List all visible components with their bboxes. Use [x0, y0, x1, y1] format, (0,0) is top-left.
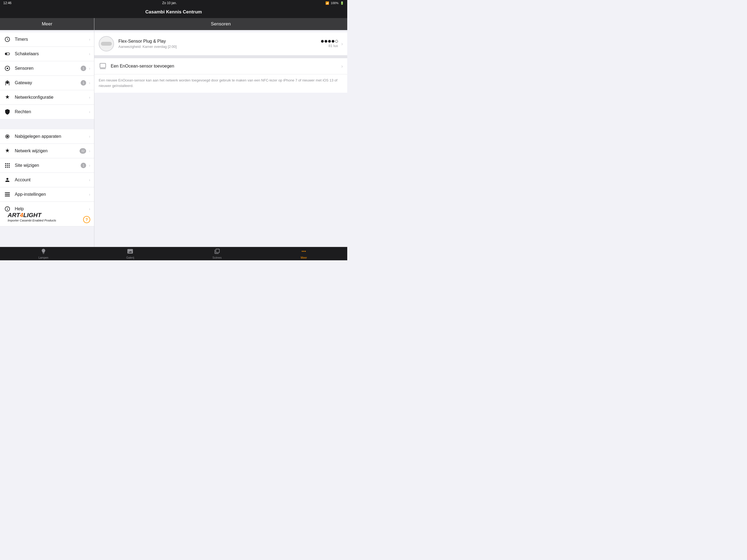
svg-rect-15 [5, 194, 10, 195]
sidebar-label-netwerk-wijzigen: Netwerk wijzigen [15, 149, 80, 153]
tab-label-scenes: Scènes [212, 256, 222, 259]
chevron-icon: › [89, 192, 90, 197]
sidebar-label-nabijgelegen: Nabijgelegen apparaten [15, 134, 88, 139]
svg-rect-11 [5, 167, 6, 168]
chevron-icon: › [89, 178, 90, 182]
sidebar-item-netwerkconfiguratie[interactable]: Netwerkconfiguratie › [0, 90, 94, 105]
dot-3 [328, 40, 331, 43]
sensoren-badge: 1 [81, 66, 86, 71]
svg-rect-17 [100, 63, 106, 68]
svg-marker-2 [5, 95, 9, 99]
dot-2 [325, 40, 327, 43]
svg-rect-7 [9, 163, 10, 164]
sidebar-section-2: Nabijgelegen apparaten › Netwerk wijzige… [0, 129, 94, 226]
sensor-lux: 81 lux [328, 44, 338, 48]
site-icon [4, 162, 11, 169]
sensor-image [99, 36, 114, 51]
sidebar-label-gateway: Gateway [15, 80, 81, 85]
content-spacer [94, 55, 347, 58]
sidebar-item-gateway[interactable]: Gateway 1 › [0, 76, 94, 90]
sensor-name: Flex-Sensor Plug & Play [119, 39, 321, 44]
svg-point-1 [6, 68, 8, 69]
sidebar-item-sensoren[interactable]: Sensoren 1 › [0, 61, 94, 76]
help-question-icon[interactable]: ? [83, 216, 90, 223]
svg-rect-13 [9, 167, 10, 168]
tab-item-lampen[interactable]: Lampen [0, 247, 87, 260]
svg-marker-4 [5, 149, 9, 153]
svg-rect-8 [5, 165, 6, 166]
chevron-icon: › [89, 110, 90, 114]
sidebar-label-help: Help [15, 206, 88, 211]
svg-point-3 [7, 136, 8, 137]
add-enocean-row[interactable]: Een EnOcean-sensor toevoegen › [94, 58, 347, 74]
sensor-chevron-icon: › [341, 41, 343, 47]
tab-label-lampen: Lampen [38, 256, 48, 259]
gateway-badge: 1 [81, 80, 86, 85]
chevron-icon: › [89, 81, 90, 85]
chevron-icon: › [89, 163, 90, 168]
battery-icon: 🔋 [340, 1, 344, 5]
tab-item-scenes[interactable]: Scènes [174, 247, 261, 260]
sidebar-item-account[interactable]: Account › [0, 173, 94, 187]
sidebar-label-site-wijzigen: Site wijzigen [15, 163, 81, 168]
tab-label-galerij: Galerij [126, 256, 134, 259]
svg-rect-9 [7, 165, 8, 166]
battery-label: 100% [331, 1, 338, 5]
sensor-card[interactable]: Flex-Sensor Plug & Play Aanwezigheid: Ka… [94, 32, 347, 55]
sidebar-label-schakelaars: Schakelaars [15, 51, 88, 56]
chevron-icon: › [89, 66, 90, 71]
add-enocean-section: Een EnOcean-sensor toevoegen › Een nieuw… [94, 58, 347, 93]
sidebar-label-app-instellingen: App-instellingen [15, 192, 88, 197]
sidebar-section-1: Timers › Schakelaars › Sensoren 1 › [0, 32, 94, 119]
sidebar-item-timers[interactable]: Timers › [0, 32, 94, 47]
sidebar-header: Meer [0, 18, 94, 30]
sidebar-item-site-wijzigen[interactable]: Site wijzigen 1 › [0, 158, 94, 173]
enocean-chevron-icon: › [341, 63, 343, 69]
chevron-icon: › [89, 95, 90, 100]
sidebar-item-help[interactable]: Help › [0, 202, 94, 226]
sensor-signal-dots: 81 lux [321, 40, 338, 48]
svg-rect-6 [7, 163, 8, 164]
chevron-icon: › [89, 52, 90, 56]
svg-rect-16 [5, 196, 10, 197]
content-body: Flex-Sensor Plug & Play Aanwezigheid: Ka… [94, 30, 347, 247]
status-time: 12:46 [3, 1, 11, 5]
title-bar: Casambi Kennis Centrum [0, 6, 347, 18]
status-bar: 12:46 Zo 10 jan. 📶 100% 🔋 [0, 0, 347, 6]
app-title: Casambi Kennis Centrum [146, 9, 202, 15]
chevron-icon: › [89, 207, 90, 211]
tab-item-galerij[interactable]: Galerij [87, 247, 174, 260]
svg-rect-10 [9, 165, 10, 166]
scenes-icon [214, 248, 220, 256]
wifi-icon: 📶 [325, 1, 329, 5]
sidebar-label-netwerkconfiguratie: Netwerkconfiguratie [15, 95, 88, 100]
dot-1 [321, 40, 324, 43]
content-header: Sensoren [94, 18, 347, 30]
sidebar-item-app-instellingen[interactable]: App-instellingen › [0, 187, 94, 202]
content-area: Sensoren Flex-Sensor Plug & Play Aanwezi… [94, 18, 347, 247]
sidebar-item-rechten[interactable]: Rechten › [0, 105, 94, 119]
netwerk-badge: 32 [80, 148, 86, 154]
more-icon [301, 248, 307, 256]
svg-rect-5 [5, 163, 6, 164]
sidebar-item-nabijgelegen[interactable]: Nabijgelegen apparaten › [0, 129, 94, 144]
help-icon [4, 205, 11, 212]
svg-rect-14 [5, 193, 10, 193]
enocean-add-icon [99, 62, 107, 70]
clock-icon [4, 36, 11, 43]
svg-rect-12 [7, 167, 8, 168]
network-icon [4, 94, 11, 101]
help-section: Help › ART4LIGHT Importer Casambi Enable… [0, 202, 94, 226]
lamp-icon [41, 248, 47, 256]
tab-item-meer[interactable]: Meer [261, 247, 347, 260]
shield-icon [4, 108, 11, 116]
sidebar-divider [0, 119, 94, 127]
sidebar-label-timers: Timers [15, 37, 88, 42]
sensor-image-inner [101, 42, 112, 46]
tab-bar: Lampen Galerij Scènes Meer [0, 247, 347, 260]
sensor-right: 81 lux › [321, 40, 343, 48]
sidebar-item-schakelaars[interactable]: Schakelaars › [0, 47, 94, 61]
sidebar: Meer Timers › Schakelaars › [0, 18, 94, 247]
gallery-icon [127, 248, 133, 256]
sidebar-item-netwerk-wijzigen[interactable]: Netwerk wijzigen 32 › [0, 144, 94, 158]
